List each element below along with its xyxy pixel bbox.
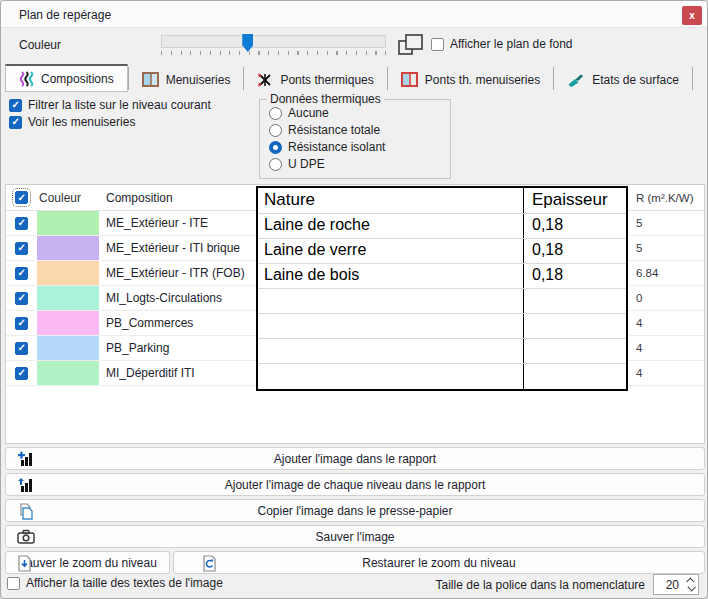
tab-ponts-thermiques[interactable]: Ponts thermiques [244, 67, 386, 92]
voir-menuiseries-checkbox[interactable]: Voir les menuiseries [9, 115, 135, 129]
epaisseur-value: 0,18 [524, 239, 626, 263]
chevron-down-icon[interactable] [687, 583, 695, 591]
radio-resistance-totale[interactable]: Résistance totale [269, 123, 380, 137]
checkbox-checked-icon[interactable] [9, 116, 22, 129]
tab-label: Ponts th. menuiseries [425, 73, 540, 87]
titlebar: Plan de repérage x [1, 1, 707, 28]
radio-resistance-isolant[interactable]: Résistance isolant [269, 140, 385, 154]
slider-track[interactable] [161, 35, 386, 48]
nomenclature-row [258, 289, 626, 314]
radio-selected-icon[interactable] [269, 141, 282, 154]
button-label: Sauver le zoom du niveau [18, 556, 157, 570]
window-title: Plan de repérage [19, 8, 111, 22]
epaisseur-value [524, 364, 626, 389]
nature-value [258, 364, 524, 389]
taille-police-value: 20 [654, 578, 684, 592]
button-label: Restaurer le zoom du niveau [362, 556, 515, 570]
filtrer-liste-label: Filtrer la liste sur le niveau courant [28, 98, 211, 112]
radio-label: U DPE [288, 157, 325, 171]
row-checkbox[interactable] [15, 217, 28, 230]
tab-etats-de-surface[interactable]: Etats de surface [554, 67, 692, 92]
plan-de-reperage-dialog: Plan de repérage x Couleur Afficher le p… [0, 0, 708, 599]
color-swatch [37, 361, 99, 385]
color-swatch [37, 261, 99, 285]
select-all-checkbox[interactable] [15, 191, 28, 204]
row-checkbox[interactable] [15, 317, 28, 330]
color-toolbar: Couleur Afficher le plan de fond [1, 28, 707, 63]
r-value: 0 [632, 292, 704, 304]
nature-value: Laine de roche [258, 214, 524, 238]
row-checkbox[interactable] [15, 267, 28, 280]
taille-police-spinner[interactable]: 20 [653, 574, 699, 595]
radio-aucune[interactable]: Aucune [269, 106, 329, 120]
r-value: 6.84 [632, 267, 704, 279]
radio-icon[interactable] [269, 158, 282, 171]
close-button[interactable]: x [682, 6, 702, 25]
nature-value: Laine de verre [258, 239, 524, 263]
compositions-stripes-icon [19, 71, 34, 87]
nomenclature-row [258, 314, 626, 339]
thermal-bridge-icon [257, 72, 273, 88]
tab-label: Ponts thermiques [280, 73, 373, 87]
nomenclature-row [258, 339, 626, 364]
radio-icon[interactable] [269, 124, 282, 137]
checkbox-icon[interactable] [7, 577, 20, 590]
filtrer-liste-checkbox[interactable]: Filtrer la liste sur le niveau courant [9, 98, 211, 112]
couleur-column-header[interactable]: Couleur [37, 191, 99, 205]
row-checkbox[interactable] [15, 242, 28, 255]
slider-thumb[interactable] [242, 34, 253, 52]
afficher-taille-textes-checkbox[interactable]: Afficher la taille des textes de l'image [7, 576, 223, 590]
nomenclature-header-row: Nature Epaisseur [258, 188, 626, 214]
radio-label: Résistance isolant [288, 140, 385, 154]
button-label: Ajouter l'image de chaque niveau dans le… [225, 478, 485, 492]
radio-u-dpe[interactable]: U DPE [269, 157, 325, 171]
r-value: 5 [632, 242, 704, 254]
window-icon [142, 72, 159, 87]
nomenclature-table: Nature Epaisseur Laine de roche 0,18 Lai… [256, 186, 628, 391]
spinner-arrows[interactable] [684, 578, 698, 591]
checkbox-icon[interactable] [431, 38, 444, 51]
r-column-header[interactable]: R (m².K/W) [632, 192, 704, 204]
afficher-plan-fond-checkbox[interactable]: Afficher le plan de fond [431, 37, 573, 51]
r-value: 4 [632, 342, 704, 354]
radio-label: Résistance totale [288, 123, 380, 137]
color-swatch [37, 286, 99, 310]
taille-police-label: Taille de la police dans la nomenclature [436, 578, 645, 592]
save-zoom-icon [17, 555, 32, 572]
camera-icon [17, 529, 35, 545]
couleur-label: Couleur [19, 38, 61, 52]
radio-icon[interactable] [269, 107, 282, 120]
row-checkbox[interactable] [15, 342, 28, 355]
sauver-image-button[interactable]: Sauver l'image [5, 525, 705, 548]
epaisseur-value [524, 339, 626, 363]
r-value: 5 [632, 217, 704, 229]
nature-value [258, 339, 524, 363]
button-label: Sauver l'image [316, 530, 395, 544]
tab-bar: Compositions Menuiseries [5, 63, 707, 92]
copier-image-button[interactable]: Copier l'image dans le presse-papier [5, 499, 705, 522]
color-slider[interactable] [161, 35, 386, 55]
row-checkbox[interactable] [15, 292, 28, 305]
nomenclature-row [258, 364, 626, 389]
epaisseur-value [524, 289, 626, 313]
afficher-plan-fond-label: Afficher le plan de fond [450, 37, 573, 51]
row-checkbox[interactable] [15, 367, 28, 380]
r-value: 4 [632, 317, 704, 329]
ajouter-image-rapport-button[interactable]: Ajouter l'image dans le rapport [5, 447, 705, 470]
ajouter-image-niveaux-button[interactable]: Ajouter l'image de chaque niveau dans le… [5, 473, 705, 496]
color-swatch [37, 311, 99, 335]
epaisseur-value: 0,18 [524, 214, 626, 238]
nomenclature-row: Laine de verre 0,18 [258, 239, 626, 264]
color-swatch [37, 211, 99, 235]
tab-separator [692, 67, 693, 90]
afficher-taille-textes-label: Afficher la taille des textes de l'image [26, 576, 223, 590]
tab-compositions[interactable]: Compositions [5, 64, 128, 92]
button-label: Ajouter l'image dans le rapport [274, 452, 436, 466]
layers-icon [397, 33, 425, 60]
r-value: 4 [632, 367, 704, 379]
tab-ponts-th-menuiseries[interactable]: Ponts th. menuiseries [388, 67, 553, 92]
voir-menuiseries-label: Voir les menuiseries [28, 115, 135, 129]
chart-plus-icon [17, 451, 34, 468]
checkbox-checked-icon[interactable] [9, 99, 22, 112]
tab-menuiseries[interactable]: Menuiseries [129, 67, 244, 92]
